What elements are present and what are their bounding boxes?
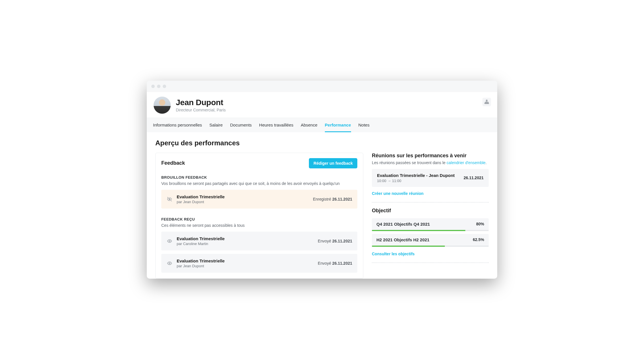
feedback-row-title: Evaluation Trimestrielle: [177, 258, 318, 263]
divider: [372, 202, 489, 203]
goal-head: Q4 2021 Objectifs Q4 2021 80%: [376, 222, 484, 230]
feedback-row-author: par Jean Dupont: [177, 200, 313, 204]
goal-pct: 62.5%: [473, 237, 484, 242]
avatar: [154, 97, 171, 114]
window-chrome: [147, 81, 497, 92]
page-title: Aperçu des performances: [155, 139, 489, 147]
tab-informations-personnelles[interactable]: Informations personnelles: [153, 118, 202, 132]
compose-feedback-button[interactable]: Rédiger un feedback: [309, 158, 357, 168]
feedback-row-date: 26.11.2021: [332, 261, 352, 266]
received-section-label: FEEDBACK REÇU: [161, 217, 357, 221]
svg-rect-0: [486, 100, 487, 101]
feedback-row-title: Evaluation Trimestrielle: [177, 194, 313, 199]
goal-head: H2 2021 Objectifs H2 2021 62.5%: [376, 237, 484, 246]
goal-label: H2 2021 Objectifs H2 2021: [376, 237, 429, 242]
feedback-row-status: Envoyé: [318, 239, 332, 243]
goal-progress-fill: [372, 230, 465, 231]
draft-section-label: BROUILLON FEEDBACK: [161, 175, 357, 180]
tab-performance[interactable]: Performance: [325, 118, 351, 132]
meetings-title: Réunions sur les performances à venir: [372, 153, 489, 159]
eye-off-icon: [166, 196, 173, 202]
tab-absence[interactable]: Absence: [301, 118, 317, 132]
person-subtitle: Directeur Commercial, Paris: [176, 108, 226, 112]
meeting-date: 26.11.2021: [464, 176, 484, 180]
svg-rect-3: [488, 103, 489, 104]
feedback-row-date: 26.11.2021: [332, 239, 352, 243]
tabs-bar: Informations personnelles Salaire Docume…: [147, 118, 497, 132]
app-window: Jean Dupont Directeur Commercial, Paris …: [147, 81, 497, 279]
org-chart-icon: [484, 100, 489, 104]
svg-point-5: [169, 240, 170, 241]
profile-header-text: Jean Dupont Directeur Commercial, Paris: [176, 98, 226, 112]
meeting-card-main: Evaluation Trimestrielle - Jean Dupont 1…: [377, 173, 455, 183]
goal-pct: 80%: [476, 222, 484, 226]
feedback-card-header: Feedback Rédiger un feedback: [161, 158, 357, 168]
svg-rect-2: [486, 103, 487, 104]
view-goals-link[interactable]: Consulter les objectifs: [372, 252, 415, 256]
feedback-received-row[interactable]: Evaluation Trimestrielle par Caroline Ma…: [161, 232, 357, 250]
org-chart-button[interactable]: [482, 98, 491, 106]
chrome-dot: [163, 85, 166, 88]
feedback-row-status: Envoyé: [318, 261, 332, 266]
feedback-received-row[interactable]: Evaluation Trimestrielle par Jean Dupont…: [161, 254, 357, 273]
chrome-dot: [157, 85, 160, 88]
eye-icon: [166, 238, 173, 244]
goals-title: Objectif: [372, 208, 489, 214]
meeting-time: 10:00 → 11:00: [377, 179, 455, 183]
meeting-card[interactable]: Evaluation Trimestrielle - Jean Dupont 1…: [372, 169, 489, 187]
goal-progress-bar: [372, 230, 489, 231]
eye-icon: [166, 260, 173, 266]
content-area: Aperçu des performances Feedback Rédiger…: [147, 132, 497, 279]
person-name: Jean Dupont: [176, 98, 226, 107]
columns: Feedback Rédiger un feedback BROUILLON F…: [155, 153, 489, 279]
goal-label: Q4 2021 Objectifs Q4 2021: [376, 222, 430, 227]
feedback-title: Feedback: [161, 160, 185, 166]
feedback-row-meta: Envoyé 26.11.2021: [318, 261, 352, 266]
goal-progress-fill: [372, 246, 445, 247]
feedback-row-meta: Envoyé 26.11.2021: [318, 239, 352, 243]
feedback-draft-row[interactable]: Evaluation Trimestrielle par Jean Dupont…: [161, 190, 357, 209]
tab-notes[interactable]: Notes: [358, 118, 370, 132]
tab-salaire[interactable]: Salaire: [209, 118, 223, 132]
goal-row[interactable]: H2 2021 Objectifs H2 2021 62.5%: [372, 234, 489, 247]
meetings-desc-text: Les réunions passées se trouvent dans le: [372, 160, 447, 165]
feedback-row-status: Enregistré: [313, 197, 332, 201]
create-meeting-link[interactable]: Créer une nouvelle réunion: [372, 191, 423, 196]
feedback-row-author: par Caroline Martin: [177, 242, 318, 246]
chrome-dot: [151, 85, 155, 88]
feedback-row-meta: Enregistré 26.11.2021: [313, 197, 352, 201]
feedback-row-title: Evaluation Trimestrielle: [177, 236, 318, 241]
meetings-desc-suffix: .: [486, 160, 487, 165]
goal-progress-bar: [372, 246, 489, 247]
draft-section-desc: Vos brouillons ne seront pas partagés av…: [161, 181, 357, 186]
feedback-card: Feedback Rédiger un feedback BROUILLON F…: [155, 153, 363, 279]
feedback-row-main: Evaluation Trimestrielle par Caroline Ma…: [177, 236, 318, 246]
tab-heures-travaillees[interactable]: Heures travaillées: [259, 118, 293, 132]
feedback-row-author: par Jean Dupont: [177, 264, 318, 268]
calendar-link[interactable]: calendrier d'ensemble: [447, 160, 486, 165]
feedback-row-main: Evaluation Trimestrielle par Jean Dupont: [177, 194, 313, 204]
feedback-row-date: 26.11.2021: [332, 197, 352, 201]
svg-point-6: [169, 262, 170, 264]
feedback-row-main: Evaluation Trimestrielle par Jean Dupont: [177, 258, 318, 268]
sidebar: Réunions sur les performances à venir Le…: [372, 153, 489, 268]
meetings-desc: Les réunions passées se trouvent dans le…: [372, 160, 489, 165]
divider: [372, 262, 489, 263]
received-section-desc: Ces éléments ne seront pas accessibles à…: [161, 223, 357, 228]
tab-documents[interactable]: Documents: [230, 118, 252, 132]
goal-row[interactable]: Q4 2021 Objectifs Q4 2021 80%: [372, 218, 489, 231]
svg-rect-1: [485, 103, 486, 104]
profile-header: Jean Dupont Directeur Commercial, Paris: [147, 92, 497, 118]
meeting-title: Evaluation Trimestrielle - Jean Dupont: [377, 173, 455, 178]
